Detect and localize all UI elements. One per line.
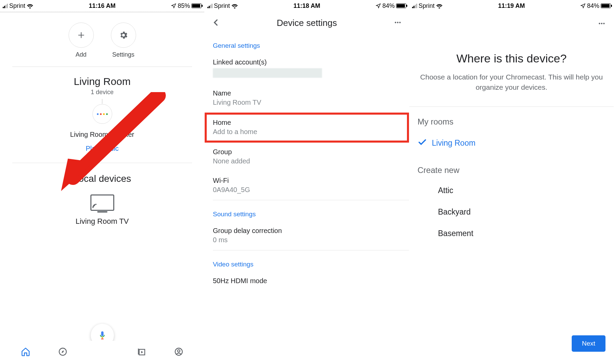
sound-settings-section: Sound settings	[205, 200, 409, 221]
more-icon	[393, 18, 402, 27]
svg-point-9	[601, 23, 602, 24]
battery-icon	[601, 3, 611, 8]
svg-point-4	[178, 350, 180, 352]
room-name: Backyard	[438, 207, 471, 217]
mic-icon	[98, 331, 107, 340]
media-icon	[137, 347, 146, 356]
home-icon	[21, 347, 30, 356]
gear-icon	[119, 30, 128, 40]
status-bar: Sprint 11:19 AM 84%	[409, 0, 614, 12]
cast-icon	[90, 194, 114, 211]
room-option-selected[interactable]: Living Room	[409, 131, 614, 155]
room-header[interactable]: Living Room 1 device	[0, 76, 204, 96]
clock: 11:16 AM	[89, 2, 115, 10]
carrier-label: Sprint	[9, 2, 25, 10]
wifi-value: 0A9A40_5G	[213, 186, 401, 194]
delay-label: Group delay correction	[213, 227, 401, 235]
bottom-nav	[0, 341, 204, 364]
wifi-label: Wi-Fi	[213, 177, 401, 185]
cast-name: Living Room TV	[0, 217, 204, 226]
signal-icon	[3, 3, 8, 8]
highlight-annotation: Home Add to a home	[205, 113, 409, 143]
room-name: Living Room	[0, 76, 204, 87]
top-actions: Add Settings	[0, 23, 204, 58]
battery-pct: 85%	[178, 2, 190, 10]
room-name: Living Room	[432, 139, 476, 148]
svg-point-6	[397, 21, 398, 23]
settings-button[interactable]: Settings	[111, 23, 136, 58]
wifi-icon	[27, 3, 33, 9]
speaker-name: Living Room speaker	[0, 131, 204, 139]
speaker-icon	[92, 104, 112, 124]
nav-media[interactable]	[137, 347, 146, 358]
battery-icon	[191, 3, 202, 8]
page-header: Device settings	[205, 12, 409, 32]
room-option[interactable]: Backyard	[409, 201, 614, 223]
video-settings-section: Video settings	[205, 250, 409, 272]
nav-discover[interactable]	[58, 347, 68, 358]
divider	[12, 163, 192, 163]
delay-value: 0 ms	[213, 236, 401, 244]
room-option[interactable]: Basement	[409, 223, 614, 244]
carrier-label: Sprint	[214, 2, 230, 10]
room-name: Basement	[438, 229, 473, 238]
signal-icon	[412, 3, 417, 8]
screen-choose-location: Sprint 11:19 AM 84% Where is this device…	[409, 0, 614, 364]
add-button[interactable]: Add	[69, 23, 94, 58]
battery-icon	[396, 3, 406, 8]
status-bar: Sprint 11:16 AM 85%	[0, 0, 204, 12]
my-rooms-header: My rooms	[409, 107, 614, 131]
screen-device-settings: Sprint 11:18 AM 84% Device settings Gene…	[205, 0, 409, 364]
speaker-device[interactable]: Living Room speaker Play music	[0, 104, 204, 152]
name-row[interactable]: Name Living Room TV	[205, 84, 409, 113]
account-icon	[174, 347, 184, 356]
next-button[interactable]: Next	[572, 335, 605, 352]
divider	[12, 67, 192, 67]
nav-home[interactable]	[21, 347, 30, 358]
group-row[interactable]: Group None added	[205, 143, 409, 171]
location-icon	[580, 3, 586, 9]
location-icon	[376, 3, 381, 9]
add-label: Add	[75, 51, 86, 58]
name-label: Name	[213, 89, 401, 97]
more-icon	[597, 19, 606, 28]
page-title: Device settings	[220, 18, 393, 28]
location-icon	[171, 3, 176, 9]
create-new-header: Create new	[409, 155, 614, 180]
wifi-row[interactable]: Wi-Fi 0A9A40_5G	[205, 171, 409, 200]
page-subtitle: Choose a location for your Chromecast. T…	[419, 72, 604, 93]
chevron-left-icon	[211, 18, 220, 27]
compass-icon	[58, 347, 68, 356]
settings-label: Settings	[112, 51, 134, 58]
battery-pct: 84%	[382, 2, 395, 10]
cast-device[interactable]: Living Room TV	[0, 194, 204, 226]
nav-account[interactable]	[174, 347, 184, 358]
hdmi-label: 50Hz HDMI mode	[213, 277, 401, 285]
more-button[interactable]	[597, 19, 606, 29]
battery-pct: 84%	[587, 2, 599, 10]
name-value: Living Room TV	[213, 99, 401, 106]
signal-icon	[207, 3, 213, 8]
linked-account-value-redacted	[213, 68, 322, 78]
room-option[interactable]: Attic	[409, 180, 614, 201]
linked-accounts-label: Linked account(s)	[213, 58, 401, 66]
hdmi-row[interactable]: 50Hz HDMI mode	[205, 272, 409, 285]
plus-icon	[77, 31, 86, 40]
wifi-icon	[231, 3, 238, 9]
linked-accounts-row[interactable]: Linked account(s)	[205, 53, 409, 84]
home-row[interactable]: Home Add to a home	[207, 115, 407, 141]
delay-row[interactable]: Group delay correction 0 ms	[205, 221, 409, 250]
status-bar: Sprint 11:18 AM 84%	[205, 0, 409, 12]
local-devices-header: Local devices	[0, 173, 204, 184]
device-count: 1 device	[0, 89, 204, 96]
svg-point-7	[399, 21, 400, 23]
svg-point-8	[599, 23, 600, 24]
room-name: Attic	[438, 186, 453, 195]
play-music-link[interactable]: Play music	[86, 145, 119, 152]
more-button[interactable]	[393, 18, 402, 28]
general-settings-section: General settings	[205, 32, 409, 53]
group-value: None added	[213, 157, 401, 165]
check-icon	[418, 137, 432, 149]
back-button[interactable]	[211, 18, 220, 28]
clock: 11:18 AM	[293, 2, 320, 10]
